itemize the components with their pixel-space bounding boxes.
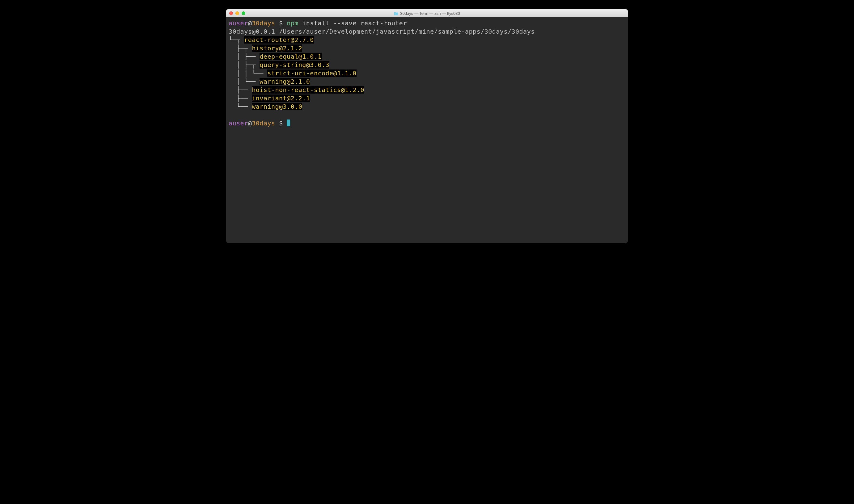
tree-line: ├── invariant@2.2.1 xyxy=(229,94,625,103)
prompt-line-2: auser@30days $ xyxy=(229,119,625,128)
package-name: react-router@2.7.0 xyxy=(244,36,314,43)
tree-line: ├─┬ history@2.1.2 xyxy=(229,44,625,53)
prompt-at: @ xyxy=(248,19,252,27)
title-bar: 30days — Term — zsh — ttys030 xyxy=(226,9,628,17)
tree-prefix: │ │ └── xyxy=(229,70,267,77)
command: npm xyxy=(287,19,299,27)
tree-line: ├── hoist-non-react-statics@1.2.0 xyxy=(229,86,625,94)
window-title-text: 30days — Term — zsh — ttys030 xyxy=(400,11,460,16)
blank-line xyxy=(229,111,625,119)
tree-prefix: └── xyxy=(229,103,252,110)
window-title: 30days — Term — zsh — ttys030 xyxy=(229,11,625,16)
package-name: query-string@3.0.3 xyxy=(260,61,330,69)
traffic-lights xyxy=(229,12,245,15)
prompt-dollar: $ xyxy=(275,120,287,127)
tree-prefix: ├── xyxy=(229,86,252,94)
tree-line: │ ├─┬ query-string@3.0.3 xyxy=(229,61,625,69)
output-header: 30days@0.0.1 /Users/auser/Development/ja… xyxy=(229,28,625,36)
package-name: hoist-non-react-statics@1.2.0 xyxy=(252,86,364,94)
tree-prefix: └─┬ xyxy=(229,36,244,43)
command-args: install --save react-router xyxy=(299,19,407,27)
package-name: warning@2.1.0 xyxy=(260,78,310,85)
tree-line: │ │ └── strict-uri-encode@1.1.0 xyxy=(229,69,625,77)
minimize-button[interactable] xyxy=(235,12,239,15)
prompt-user: auser xyxy=(229,19,248,27)
tree-prefix: ├─┬ xyxy=(229,44,252,52)
terminal-window: 30days — Term — zsh — ttys030 auser@30da… xyxy=(226,9,628,243)
package-name: warning@3.0.0 xyxy=(252,103,302,110)
tree-prefix: │ └── xyxy=(229,78,260,85)
tree-prefix: ├── xyxy=(229,94,252,102)
prompt-dollar: $ xyxy=(275,19,287,27)
tree-line: └─┬ react-router@2.7.0 xyxy=(229,36,625,44)
maximize-button[interactable] xyxy=(242,12,245,15)
tree-prefix: │ ├─┬ xyxy=(229,61,260,69)
package-name: history@2.1.2 xyxy=(252,44,302,52)
tree-line: └── warning@3.0.0 xyxy=(229,103,625,111)
prompt-line-1: auser@30days $ npm install --save react-… xyxy=(229,19,625,28)
package-name: invariant@2.2.1 xyxy=(252,94,310,102)
prompt-host: 30days xyxy=(252,19,275,27)
prompt-user: auser xyxy=(229,120,248,127)
folder-icon xyxy=(394,12,398,15)
prompt-host: 30days xyxy=(252,120,275,127)
cursor xyxy=(287,120,290,126)
tree-prefix: │ ├── xyxy=(229,53,260,60)
package-name: strict-uri-encode@1.1.0 xyxy=(267,70,356,77)
tree-line: │ ├── deep-equal@1.0.1 xyxy=(229,53,625,61)
terminal-body[interactable]: auser@30days $ npm install --save react-… xyxy=(226,17,628,243)
tree-line: │ └── warning@2.1.0 xyxy=(229,77,625,86)
close-button[interactable] xyxy=(229,12,233,15)
package-name: deep-equal@1.0.1 xyxy=(260,53,322,60)
prompt-at: @ xyxy=(248,120,252,127)
